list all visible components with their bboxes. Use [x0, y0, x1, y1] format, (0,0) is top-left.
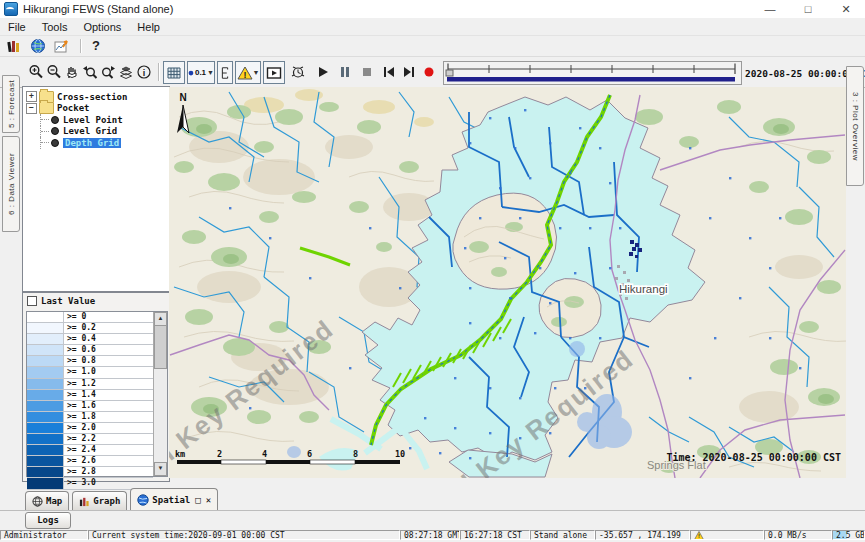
map-canvas[interactable]: Hikurangi Springs Flat Time: 2020-08-25 …	[169, 87, 846, 478]
close-button[interactable]: ✕	[827, 0, 865, 18]
layers-icon[interactable]	[118, 61, 134, 82]
map-viewport[interactable]: Hikurangi Springs Flat Time: 2020-08-25 …	[169, 87, 846, 478]
status-gmt-time: 08:27:18 GMT	[400, 530, 460, 540]
menu-options[interactable]: Options	[75, 21, 129, 33]
menu-help[interactable]: Help	[129, 21, 168, 33]
legend-row: >= 0.2	[27, 323, 153, 334]
legend-scrollbar[interactable]: ▲ ▼	[153, 312, 167, 476]
warning-dropdown-button[interactable]: ! ▼	[235, 61, 261, 84]
menu-file[interactable]: File	[0, 21, 34, 33]
slider-handle[interactable]	[446, 70, 453, 76]
legend-title: Last Value	[41, 296, 95, 306]
town-label: Hikurangi	[619, 283, 668, 295]
layers-tree-panel: + Cross-section − Pocket Level Point Lev…	[22, 86, 170, 292]
tab-spatial[interactable]: Spatial □ ✕	[130, 488, 218, 510]
tab-map[interactable]: Map	[25, 491, 69, 510]
application-window: Hikurangi FEWS (Stand alone) — □ ✕ File …	[0, 0, 865, 542]
tree-item-label[interactable]: Level Point	[63, 115, 123, 125]
help-button[interactable]: ?	[90, 36, 102, 55]
status-memory: 2.5 GB	[832, 530, 865, 540]
status-local-time: 16:27:18 CST	[460, 530, 530, 540]
globe-icon[interactable]	[28, 36, 48, 55]
zoom-next-button[interactable]	[100, 61, 116, 82]
color-swatch	[27, 367, 64, 377]
expand-icon[interactable]: +	[26, 91, 37, 102]
zoom-previous-button[interactable]	[82, 61, 98, 82]
legend-row: >= 2.6	[27, 456, 153, 467]
database-icon[interactable]	[4, 36, 24, 55]
logs-row: Logs	[0, 510, 865, 530]
collapse-icon[interactable]: −	[26, 103, 37, 114]
zoom-in-button[interactable]	[28, 61, 44, 82]
last-value-checkbox[interactable]	[27, 296, 37, 306]
svg-text:!: !	[243, 69, 246, 79]
timeseries-icon[interactable]	[52, 36, 72, 55]
tab-maximize-icon[interactable]: □	[195, 495, 200, 505]
pan-hand-icon[interactable]	[64, 61, 80, 82]
view-tab-bar: Map Graph Spatial □ ✕	[0, 487, 865, 511]
tree-item-label[interactable]: Pocket	[57, 103, 90, 113]
main-toolbar: i 0.1 ▼ ! ▼	[0, 56, 865, 88]
logs-button[interactable]: Logs	[25, 512, 71, 529]
map-time-label: Time: 2020-08-25 00:00:00 CST	[666, 452, 841, 463]
tab-graph[interactable]: Graph	[72, 491, 127, 510]
legend-panel: Last Value >= 0 >= 0.2 >= 0.4 >= 0.6 >= …	[22, 292, 170, 482]
warning-icon: !	[694, 531, 704, 540]
color-swatch	[27, 401, 64, 411]
node-bullet-icon	[51, 127, 59, 135]
animation-timer-icon[interactable]	[290, 61, 306, 82]
svg-text:8: 8	[353, 449, 358, 459]
legend-row: >= 2.2	[27, 434, 153, 445]
legend-row: >= 1.2	[27, 379, 153, 390]
tab-close-icon[interactable]: ✕	[206, 495, 211, 505]
minimize-button[interactable]: —	[751, 0, 789, 18]
animation-window-button[interactable]	[263, 61, 285, 84]
scroll-up-icon[interactable]: ▲	[154, 312, 167, 326]
play-button[interactable]	[315, 61, 331, 82]
legend-scale-list: >= 0 >= 0.2 >= 0.4 >= 0.6 >= 0.8 >= 1.0 …	[26, 311, 168, 477]
pause-button[interactable]	[337, 61, 353, 82]
tab-label[interactable]: Graph	[93, 496, 120, 506]
info-icon[interactable]: i	[136, 61, 152, 82]
menu-tools[interactable]: Tools	[34, 21, 76, 33]
tree-item-level-grid[interactable]: Level Grid	[23, 126, 169, 138]
legend-row: >= 1.4	[27, 390, 153, 401]
tree-item-pocket[interactable]: − Pocket	[23, 103, 169, 115]
tree-item-label[interactable]: Cross-section	[57, 92, 127, 102]
wire-globe-icon	[32, 496, 43, 507]
svg-text:10: 10	[395, 449, 405, 459]
svg-text:!: !	[697, 533, 700, 539]
sidebar-tab-plot-overview[interactable]: 3 : Plot Overview	[846, 66, 864, 186]
tree-item-label-selected[interactable]: Depth Grid	[63, 138, 121, 148]
zoom-out-button[interactable]	[46, 61, 62, 82]
node-bullet-icon	[51, 139, 59, 147]
sidebar-tab-forecast[interactable]: 5 : Forecast	[2, 75, 20, 133]
skip-to-start-button[interactable]	[381, 61, 397, 82]
status-warning-cell[interactable]: !	[690, 530, 764, 540]
status-bar: Administrator Current system time:2020-0…	[0, 530, 865, 542]
stop-button[interactable]	[359, 61, 375, 82]
tree-item-depth-grid[interactable]: Depth Grid	[23, 137, 169, 149]
node-bullet-icon	[51, 116, 59, 124]
color-swatch	[27, 445, 64, 455]
sidebar-tab-data-viewer[interactable]: 6 : Data Viewer	[2, 136, 20, 232]
tab-label[interactable]: Spatial	[152, 495, 190, 505]
globe-icon	[137, 494, 149, 506]
toolbar-separator	[158, 63, 160, 81]
tree-item-level-point[interactable]: Level Point	[23, 114, 169, 126]
point-size-dropdown[interactable]: 0.1 ▼	[187, 61, 215, 84]
time-slider[interactable]	[443, 61, 742, 85]
scroll-down-icon[interactable]: ▼	[154, 462, 167, 476]
app-icon	[4, 2, 18, 16]
tree-item-label[interactable]: Level Grid	[63, 126, 117, 136]
record-button[interactable]	[421, 61, 437, 82]
scroll-thumb[interactable]	[154, 325, 167, 369]
grid-display-button[interactable]	[163, 61, 185, 84]
maximize-button[interactable]: □	[789, 0, 827, 18]
skip-to-end-button[interactable]	[401, 61, 417, 82]
tab-label[interactable]: Map	[46, 496, 62, 506]
point-dot-icon	[188, 70, 194, 76]
toolbar-separator	[80, 39, 82, 53]
legend-row: >= 2.4	[27, 445, 153, 456]
profile-button[interactable]	[217, 61, 233, 84]
